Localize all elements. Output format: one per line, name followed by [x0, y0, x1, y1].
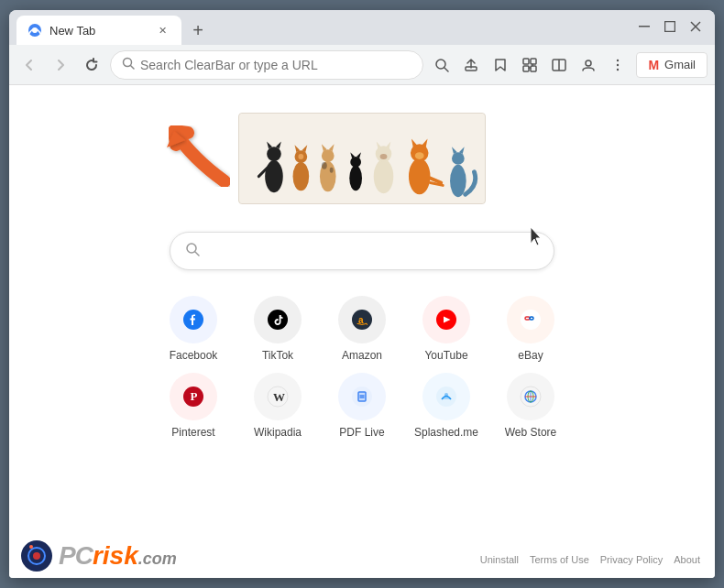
svg-marker-21: [167, 131, 185, 147]
address-search-icon: [122, 57, 135, 72]
new-tab-button[interactable]: +: [185, 17, 211, 43]
shortcut-pdflive[interactable]: PDF Live: [325, 373, 399, 439]
svg-point-52: [415, 152, 424, 159]
nav-icon-group: [429, 52, 631, 78]
svg-rect-14: [531, 66, 536, 71]
webstore-label: Web Store: [505, 426, 556, 439]
pinterest-label: Pinterest: [171, 426, 214, 439]
svg-rect-13: [523, 66, 529, 71]
svg-point-23: [265, 160, 283, 192]
refresh-button[interactable]: [79, 52, 104, 78]
footer-links: Uninstall Terms of Use Privacy Policy Ab…: [480, 554, 700, 565]
wikipedia-icon: W: [254, 373, 302, 420]
pinterest-icon: P: [170, 373, 217, 420]
svg-point-37: [322, 162, 327, 169]
shortcuts-grid: Facebook TikTok a Amazon YouTube: [133, 296, 591, 439]
svg-point-19: [617, 63, 619, 65]
svg-rect-10: [466, 67, 477, 71]
svg-point-18: [617, 59, 619, 60]
svg-line-60: [195, 252, 199, 256]
svg-line-7: [131, 66, 135, 70]
shortcut-tiktok[interactable]: TikTok: [241, 296, 314, 362]
shortcut-wikipedia[interactable]: W Wikipadia: [241, 373, 314, 439]
menu-button[interactable]: [605, 52, 631, 78]
shortcut-splashed[interactable]: Splashed.me: [410, 373, 483, 439]
search-bar[interactable]: [170, 232, 554, 270]
maximize-button[interactable]: [658, 17, 682, 36]
svg-point-55: [450, 165, 466, 197]
url-input[interactable]: [140, 58, 411, 72]
svg-text:W: W: [273, 390, 285, 404]
shortcut-ebay[interactable]: eBay: [494, 296, 567, 362]
svg-point-43: [374, 159, 394, 193]
footer: PCrisk.com Uninstall Terms of Use Privac…: [9, 541, 715, 578]
shortcut-webstore[interactable]: Web Store: [494, 373, 567, 439]
main-content: Facebook TikTok a Amazon YouTube: [9, 85, 715, 578]
pcrisk-logo: PCrisk.com: [20, 539, 177, 572]
svg-point-88: [29, 545, 33, 549]
close-button[interactable]: [684, 17, 708, 36]
shortcut-facebook[interactable]: Facebook: [157, 296, 230, 362]
youtube-label: YouTube: [424, 349, 467, 362]
uninstall-link[interactable]: Uninstall: [480, 554, 519, 565]
address-bar[interactable]: [110, 50, 423, 80]
search-bar-wrapper: [170, 232, 554, 270]
main-search-input[interactable]: [209, 244, 539, 259]
search-nav-button[interactable]: [429, 52, 455, 78]
split-screen-button[interactable]: [546, 52, 572, 78]
ebay-icon: [507, 296, 554, 343]
svg-point-38: [330, 168, 334, 173]
amazon-label: Amazon: [342, 349, 382, 362]
pcrisk-text: PCrisk.com: [59, 541, 177, 571]
bookmark-button[interactable]: [488, 52, 513, 78]
pdflive-label: PDF Live: [339, 426, 384, 439]
tab-close-button[interactable]: ✕: [154, 22, 170, 38]
pcrisk-logo-icon: [20, 539, 53, 572]
svg-text:P: P: [191, 389, 198, 403]
tiktok-icon: [254, 296, 302, 343]
terms-link[interactable]: Terms of Use: [530, 554, 589, 565]
nav-bar: M Gmail: [9, 45, 715, 85]
splashed-icon: [422, 373, 470, 420]
svg-point-34: [322, 149, 335, 162]
webstore-icon: [507, 373, 554, 420]
gmail-label: Gmail: [664, 58, 696, 71]
svg-rect-2: [639, 26, 650, 27]
browser-window: New Tab ✕ +: [9, 10, 715, 578]
profile-button[interactable]: [576, 52, 601, 78]
shortcut-amazon[interactable]: a Amazon: [325, 296, 399, 362]
active-tab[interactable]: New Tab ✕: [16, 16, 181, 45]
privacy-link[interactable]: Privacy Policy: [600, 554, 663, 565]
svg-point-17: [586, 60, 591, 66]
svg-rect-74: [358, 392, 366, 401]
tab-favicon: [27, 23, 42, 38]
svg-point-28: [293, 162, 310, 191]
splashed-label: Splashed.me: [414, 426, 478, 439]
share-button[interactable]: [458, 52, 484, 78]
youtube-icon: [422, 296, 470, 343]
cats-image: [238, 113, 486, 204]
search-icon: [185, 242, 200, 260]
shortcut-youtube[interactable]: YouTube: [410, 296, 483, 362]
wikipedia-label: Wikipadia: [254, 426, 302, 439]
gmail-button[interactable]: M Gmail: [636, 52, 708, 78]
svg-rect-11: [523, 59, 529, 64]
title-bar: New Tab ✕ +: [9, 10, 715, 45]
svg-point-20: [617, 68, 619, 70]
shortcut-pinterest[interactable]: P Pinterest: [157, 373, 230, 439]
svg-point-48: [409, 158, 431, 194]
arrow-annotation: [156, 113, 238, 199]
tiktok-label: TikTok: [262, 349, 293, 362]
gmail-icon: M: [648, 58, 659, 72]
forward-button[interactable]: [48, 52, 73, 78]
svg-rect-12: [531, 59, 536, 64]
svg-point-56: [452, 152, 465, 165]
svg-point-79: [444, 393, 448, 397]
svg-point-87: [33, 552, 40, 560]
svg-rect-3: [665, 22, 675, 32]
minimize-button[interactable]: [632, 17, 656, 36]
svg-point-39: [349, 166, 362, 191]
about-link[interactable]: About: [674, 554, 700, 565]
extensions-button[interactable]: [517, 52, 543, 78]
back-button[interactable]: [16, 52, 42, 78]
